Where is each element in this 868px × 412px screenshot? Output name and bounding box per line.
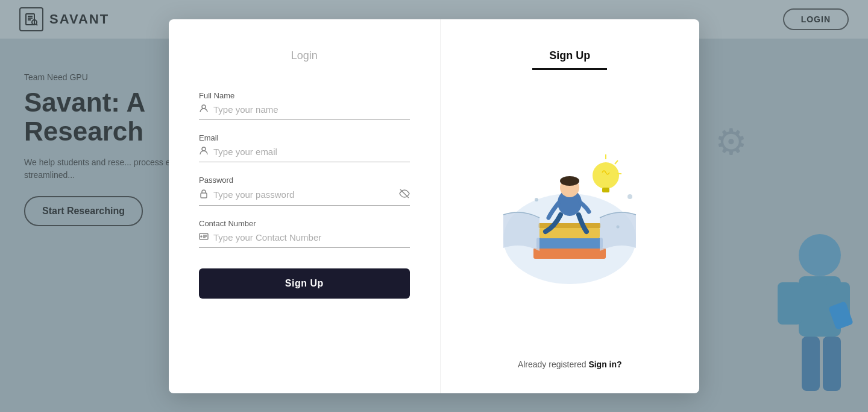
svg-point-30 xyxy=(593,162,619,189)
full-name-group: Full Name xyxy=(199,91,410,120)
signup-button[interactable]: Sign Up xyxy=(199,268,410,299)
email-group: Email xyxy=(199,133,410,162)
svg-point-14 xyxy=(202,147,206,151)
svg-point-29 xyxy=(560,176,579,186)
svg-point-35 xyxy=(535,198,538,201)
password-group: Password xyxy=(199,176,410,206)
email-label: Email xyxy=(199,133,410,142)
modal-overlay: Login Full Name Email xyxy=(0,0,868,412)
svg-point-13 xyxy=(202,105,206,109)
contact-icon xyxy=(199,232,209,244)
email-input[interactable] xyxy=(213,147,410,157)
svg-point-36 xyxy=(627,194,632,199)
password-label: Password xyxy=(199,176,410,185)
eye-toggle-icon[interactable] xyxy=(399,188,410,201)
illustration-area xyxy=(465,82,676,347)
contact-input-wrapper xyxy=(199,232,410,248)
contact-input[interactable] xyxy=(213,232,410,242)
svg-rect-24 xyxy=(536,238,603,249)
svg-rect-15 xyxy=(201,193,207,198)
password-input-wrapper xyxy=(199,188,410,206)
contact-label: Contact Number xyxy=(199,219,410,228)
email-input-wrapper xyxy=(199,146,410,162)
svg-rect-31 xyxy=(602,188,609,192)
full-name-label: Full Name xyxy=(199,91,410,100)
svg-rect-26 xyxy=(538,223,601,228)
modal-left-panel: Login Full Name Email xyxy=(169,19,441,393)
tab-login[interactable]: Login xyxy=(274,43,335,69)
full-name-input-wrapper xyxy=(199,104,410,120)
lock-icon xyxy=(199,189,209,201)
svg-point-37 xyxy=(617,225,620,228)
already-registered-text: Already registered Sign in? xyxy=(518,360,622,369)
contact-group: Contact Number xyxy=(199,219,410,248)
email-icon xyxy=(199,146,209,158)
full-name-input[interactable] xyxy=(213,104,410,115)
svg-rect-23 xyxy=(533,248,606,259)
svg-point-18 xyxy=(201,236,202,237)
password-input[interactable] xyxy=(213,189,394,200)
sign-in-link[interactable]: Sign in? xyxy=(588,360,621,369)
modal: Login Full Name Email xyxy=(169,19,699,393)
tab-signup[interactable]: Sign Up xyxy=(532,43,607,70)
svg-line-33 xyxy=(615,160,618,164)
modal-right-panel: Sign Up xyxy=(441,19,700,393)
user-icon xyxy=(199,104,209,116)
